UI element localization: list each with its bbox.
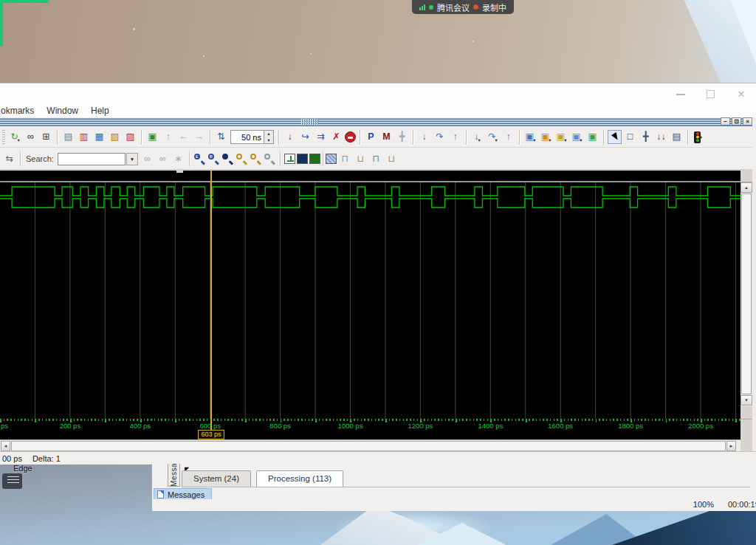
window-minimize-button[interactable] — [670, 89, 691, 100]
find-options-icon[interactable]: ∗ — [171, 152, 185, 166]
pane-close-button[interactable]: × — [743, 117, 752, 126]
title-bar[interactable]: × — [0, 83, 756, 104]
menu-item-window[interactable]: Window — [47, 106, 78, 116]
desktop-widget-icon[interactable] — [2, 473, 22, 489]
menu-item-help[interactable]: Help — [91, 106, 109, 116]
move-up-icon[interactable]: ↑ — [161, 130, 175, 144]
edge-desktop-icon-label[interactable]: Edge — [13, 464, 32, 473]
refresh-icon[interactable]: ↻▾ — [8, 130, 22, 144]
cursor-time-badge[interactable]: 603 ps — [198, 430, 224, 439]
menu-item-bookmarks[interactable]: okmarks — [1, 106, 34, 116]
vertical-scrollbar-thumb[interactable] — [741, 193, 752, 394]
scroll-right-button[interactable]: ► — [726, 441, 736, 451]
next-event-icon[interactable]: ↓▾ — [470, 130, 484, 144]
prev-event-icon[interactable]: ↑ — [501, 130, 515, 144]
scroll-up-button[interactable]: ▲ — [740, 182, 752, 193]
cursor-color-icon[interactable] — [309, 154, 320, 164]
restore-run-length-icon[interactable]: ⇅ — [214, 130, 228, 144]
search-input[interactable] — [58, 153, 126, 165]
toolbar-grip[interactable] — [2, 130, 5, 145]
wallpaper-sparkle — [133, 28, 135, 30]
vertical-scrollbar[interactable]: ▲ ▼ — [740, 169, 752, 419]
cursor-top-handle[interactable] — [176, 171, 183, 173]
pan-mode-icon[interactable]: ╋ — [639, 130, 653, 144]
time-tick-label: 1200 ps — [408, 422, 433, 430]
waveform-canvas[interactable] — [0, 169, 740, 419]
tab-processing[interactable]: Processing (113) — [256, 470, 343, 487]
performance-profiling-icon[interactable]: P — [364, 130, 378, 144]
break-icon[interactable]: ✗ — [329, 130, 343, 144]
continue-run-icon[interactable]: ↪ — [298, 130, 312, 144]
add-to-log-icon[interactable]: ▣▾ — [554, 130, 568, 144]
zoom-in-on-active-cursor-icon[interactable] — [236, 153, 248, 165]
run-length-spinner[interactable]: ▲▼ — [264, 131, 273, 143]
memory-profiling-icon[interactable]: M — [379, 130, 394, 144]
restart-step-icon[interactable]: ↷▾ — [486, 130, 500, 144]
run-length-input[interactable] — [231, 131, 264, 143]
toolbar-separator — [603, 130, 604, 145]
horizontal-scrollbar-thumb[interactable] — [11, 441, 726, 451]
copy-icon[interactable]: ▣ — [145, 130, 159, 144]
messages-vertical-tab[interactable]: Messa — [168, 464, 180, 487]
compile-out-of-date-icon[interactable]: ▧ — [108, 130, 122, 144]
find-icon[interactable]: ∞ — [24, 130, 38, 144]
zoom-in-icon[interactable]: + — [193, 153, 206, 165]
time-cursor-line[interactable] — [210, 171, 212, 431]
next-falling-edge-icon[interactable]: ⊔ — [385, 152, 399, 166]
horizontal-scrollbar[interactable]: ◄ ► — [0, 439, 740, 451]
step-into-icon[interactable]: ↓ — [417, 130, 431, 144]
toolbar-separator — [20, 151, 21, 166]
open-dataset-icon[interactable]: ▤ — [61, 130, 75, 144]
time-tick-label: 1000 ps — [338, 422, 363, 430]
transcript-panel: Messa ◤ System (24) Processing (113) Mes… — [151, 464, 756, 511]
scroll-left-button[interactable]: ◄ — [1, 441, 10, 451]
pane-undock-button[interactable]: ⊡ — [732, 117, 741, 126]
window-maximize-button[interactable] — [700, 89, 721, 100]
delete-icon[interactable]: ▨ — [123, 130, 137, 144]
zoom-full-icon[interactable] — [221, 153, 234, 165]
previous-rising-edge-icon[interactable]: ⊔ — [354, 152, 368, 166]
edit-source-icon[interactable]: ▥ — [77, 130, 91, 144]
zoom-others-icon[interactable] — [264, 153, 276, 165]
insert-cursor-icon[interactable] — [284, 154, 295, 164]
find-previous-icon[interactable]: ∞ — [156, 152, 170, 166]
select-mode-icon[interactable] — [608, 130, 622, 144]
toolbar-separator — [141, 130, 142, 145]
step-out-icon[interactable]: ↑ — [448, 130, 462, 144]
step-over-icon[interactable]: ↷ — [433, 130, 447, 144]
find-next-icon[interactable]: ∞ — [140, 152, 154, 166]
wave-expand-icon[interactable]: ▤ — [670, 130, 684, 144]
nav-back-icon[interactable]: ← — [176, 130, 190, 144]
search-dropdown-button[interactable]: ▼ — [126, 153, 138, 165]
zoom-mode-icon[interactable]: □ — [623, 130, 637, 144]
timeline-ruler[interactable]: ps200 ps400 ps600 ps800 ps1000 ps1200 ps… — [0, 419, 740, 430]
meeting-status-bar[interactable]: 腾讯会议 录制中 — [412, 0, 514, 14]
expand-hierarchy-icon[interactable]: ⊞ — [39, 130, 53, 144]
nav-forward-icon[interactable]: → — [192, 130, 206, 144]
dock-handle-bar[interactable]: − ⊡ × — [0, 117, 752, 126]
view-memory-icon[interactable]: ▦ — [92, 130, 106, 144]
add-to-dataflow-icon[interactable]: ▣▾ — [570, 130, 584, 144]
next-rising-edge-icon[interactable]: ⊓ — [369, 152, 383, 166]
run-icon[interactable]: ↓ — [283, 130, 297, 144]
add-to-schematic-icon[interactable]: ▣ — [585, 130, 599, 144]
crosshair-icon[interactable]: ╋ — [395, 130, 409, 144]
zoom-cursor-icon[interactable] — [250, 153, 262, 165]
run-all-icon[interactable]: ⇉ — [314, 130, 328, 144]
add-to-list-icon[interactable]: ▣▾ — [539, 130, 553, 144]
previous-falling-edge-icon[interactable]: ⊓ — [338, 152, 352, 166]
grid-settings-icon[interactable] — [326, 154, 337, 164]
pane-minimize-button[interactable]: − — [721, 117, 730, 126]
lock-cursor-icon[interactable] — [297, 154, 308, 164]
window-close-button[interactable]: × — [731, 89, 752, 100]
dock-toggle-icon[interactable]: ⇆ — [2, 152, 16, 166]
stop-sim-traffic-light-icon[interactable] — [694, 131, 701, 143]
stop-icon[interactable] — [345, 131, 356, 143]
tab-system[interactable]: System (24) — [182, 470, 251, 487]
status-time: 00 ps — [2, 454, 22, 463]
edit-mode-icon[interactable]: ↓↓ — [654, 130, 668, 144]
dock-grip[interactable] — [301, 119, 319, 125]
scroll-down-button[interactable]: ▼ — [740, 395, 752, 405]
zoom-out-icon[interactable]: − — [207, 153, 220, 165]
add-to-wave-icon[interactable]: ▣▾ — [523, 130, 537, 144]
